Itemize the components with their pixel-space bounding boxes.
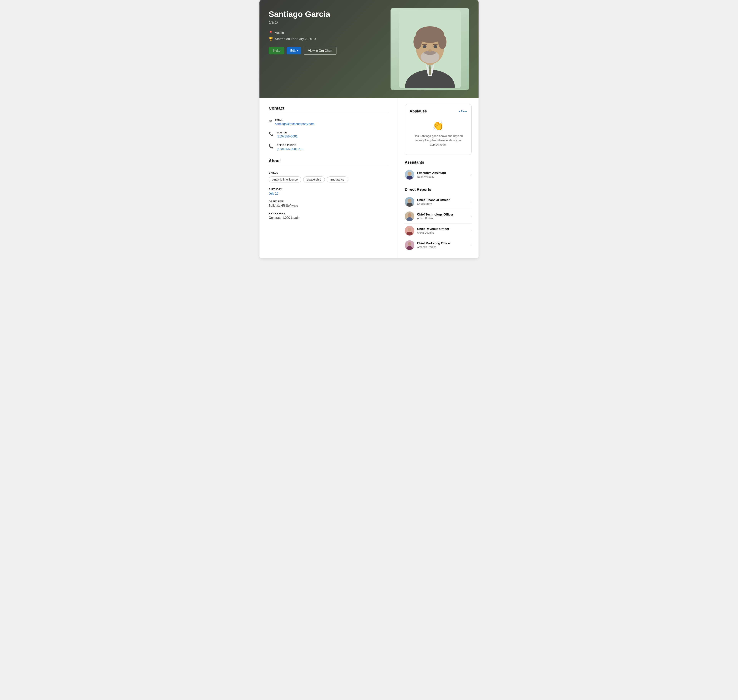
report-row-0[interactable]: Chief Financial Officer Chuck Berry › [405, 195, 472, 209]
email-value[interactable]: santiago@techcompany.com [275, 122, 314, 125]
report-name-0: Chuck Berry [417, 202, 468, 205]
report-row-3[interactable]: Chief Marketing Officer Amanda Phillips … [405, 238, 472, 252]
report-avatar-2 [405, 226, 414, 235]
profile-photo [390, 8, 470, 90]
key-result-label: KEY RESULT [268, 212, 389, 215]
trophy-icon: 🏆 [268, 37, 273, 41]
report-avatar-3 [405, 240, 414, 250]
report-row-1[interactable]: Chief Technology Officer Arthur Brown › [405, 209, 472, 224]
skills-label: SKILLS [268, 171, 389, 174]
mobile-label: MOBILE [277, 131, 298, 134]
office-phone-block: OFFICE PHONE (310) 555-0001 ×11 [277, 144, 304, 151]
phone-icon: 📞 [268, 131, 273, 136]
assistant-role-0: Executive Assistant [417, 171, 468, 175]
report-info-1: Chief Technology Officer Arthur Brown [417, 213, 468, 220]
report-avatar-svg-0 [405, 197, 414, 207]
svg-point-29 [408, 242, 411, 246]
direct-reports-section: Direct Reports Chief Financial Officer C… [405, 187, 472, 252]
invite-button[interactable]: Invite [268, 47, 285, 54]
skill-chip-0: Analytic intelligence [268, 176, 301, 182]
report-info-3: Chief Marketing Officer Amanda Phillips [417, 242, 468, 249]
office-value[interactable]: (310) 555-0001 ×11 [277, 147, 304, 150]
svg-point-11 [423, 45, 426, 48]
report-chevron-0: › [471, 200, 472, 204]
right-panel: Applause + New 👏 Has Santiago gone above… [398, 98, 478, 258]
report-row-2[interactable]: Chief Revenue Officer Alexa Douglas › [405, 224, 472, 238]
person-name: Santiago Garcia [268, 10, 390, 19]
applause-card: Applause + New 👏 Has Santiago gone above… [405, 104, 472, 155]
assistant-info-0: Executive Assistant Noah Williams [417, 171, 468, 178]
report-name-3: Amanda Phillips [417, 246, 468, 249]
office-label: OFFICE PHONE [277, 144, 304, 147]
started-item: 🏆 Started on February 2, 2010 [268, 37, 390, 41]
report-role-3: Chief Marketing Officer [417, 242, 468, 245]
org-chart-button[interactable]: View in Org Chart [304, 47, 337, 54]
report-info-0: Chief Financial Officer Chuck Berry [417, 199, 468, 205]
report-chevron-3: › [471, 243, 472, 247]
report-avatar-svg-3 [405, 240, 414, 250]
mobile-item: 📞 MOBILE (310) 555-0001 [268, 131, 389, 138]
report-avatar-svg-1 [405, 212, 414, 221]
key-result-value: Generate 1,000 Leads [268, 216, 389, 219]
applause-text: Has Santiago gone above and beyond recen… [409, 134, 467, 147]
chevron-down-icon: ▾ [297, 49, 298, 52]
assistant-name-0: Noah Williams [417, 175, 468, 178]
report-role-1: Chief Technology Officer [417, 213, 468, 216]
svg-point-26 [408, 228, 411, 231]
assistant-row-0[interactable]: Executive Assistant Noah Williams › [405, 168, 472, 182]
report-chevron-1: › [471, 214, 472, 218]
email-label: EMAIL [275, 119, 314, 122]
svg-point-17 [408, 172, 411, 176]
about-section-title: About [268, 159, 389, 163]
objective-label: OBJECTIVE [268, 200, 389, 203]
header-actions: Invite Edit ▾ View in Org Chart [268, 47, 390, 54]
mobile-value[interactable]: (310) 555-0001 [277, 135, 298, 138]
email-icon: ✉ [268, 119, 272, 124]
photo-placeholder [390, 8, 470, 90]
edit-button[interactable]: Edit ▾ [287, 47, 301, 54]
contact-section-title: Contact [268, 106, 389, 111]
main-content: Contact ✉ EMAIL santiago@techcompany.com… [260, 98, 478, 258]
header-meta: 📍 Austin 🏆 Started on February 2, 2010 [268, 31, 390, 41]
svg-rect-14 [433, 44, 437, 45]
svg-point-12 [433, 45, 437, 48]
svg-point-23 [408, 213, 411, 218]
profile-header: Santiago Garcia CEO 📍 Austin 🏆 Started o… [260, 0, 478, 98]
svg-rect-13 [422, 44, 427, 45]
svg-point-8 [438, 35, 446, 49]
person-title: CEO [268, 20, 390, 25]
report-avatar-0 [405, 197, 414, 207]
report-avatar-svg-2 [405, 226, 414, 235]
direct-reports-title: Direct Reports [405, 187, 472, 192]
assistant-avatar-svg-0 [405, 170, 414, 179]
started-text: Started on February 2, 2010 [275, 37, 316, 41]
location-item: 📍 Austin [268, 31, 390, 35]
svg-point-7 [414, 35, 422, 49]
about-section: About SKILLS Analytic intelligence Leade… [268, 159, 389, 219]
applause-new-button[interactable]: + New [459, 110, 467, 113]
assistant-avatar-0 [405, 170, 414, 179]
report-role-0: Chief Financial Officer [417, 199, 468, 202]
objective-value: Build #1 HR Software [268, 204, 389, 207]
skill-chip-1: Leadership [303, 176, 325, 182]
skill-chip-2: Endurance [327, 176, 348, 182]
report-avatar-1 [405, 212, 414, 221]
report-role-2: Chief Revenue Officer [417, 227, 468, 231]
mobile-block: MOBILE (310) 555-0001 [277, 131, 298, 138]
svg-point-15 [428, 49, 431, 52]
header-left: Santiago Garcia CEO 📍 Austin 🏆 Started o… [268, 8, 390, 54]
office-phone-icon: 📞 [268, 144, 273, 149]
report-chevron-2: › [471, 229, 472, 232]
person-silhouette [396, 10, 464, 88]
birthday-label: BIRTHDAY [268, 188, 389, 191]
assistant-chevron-0: › [471, 173, 472, 177]
email-item: ✉ EMAIL santiago@techcompany.com [268, 119, 389, 126]
email-block: EMAIL santiago@techcompany.com [275, 119, 314, 126]
report-info-2: Chief Revenue Officer Alexa Douglas [417, 227, 468, 234]
report-name-2: Alexa Douglas [417, 231, 468, 234]
applause-icon: 👏 [409, 121, 467, 131]
about-divider [268, 166, 389, 166]
applause-header: Applause + New [409, 109, 467, 113]
applause-title: Applause [409, 109, 427, 113]
profile-container: Santiago Garcia CEO 📍 Austin 🏆 Started o… [260, 0, 478, 258]
